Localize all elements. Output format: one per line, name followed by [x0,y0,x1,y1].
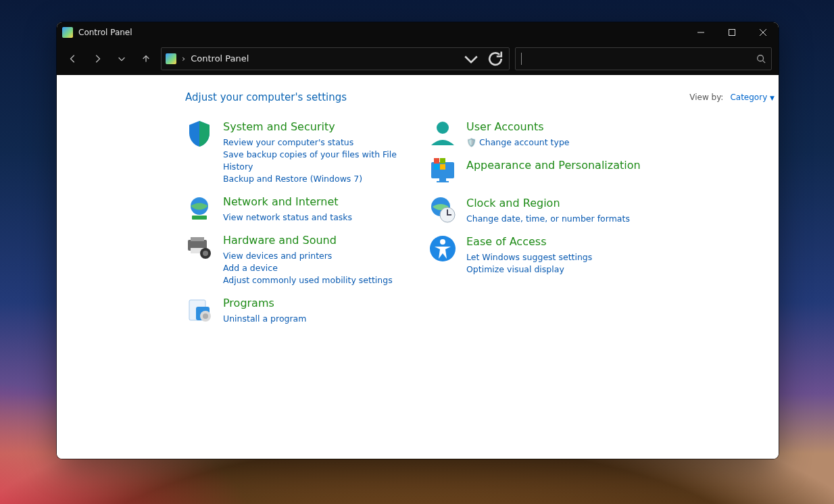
category-link[interactable]: User Accounts [466,120,570,134]
address-history-dropdown[interactable] [462,49,481,68]
svg-point-12 [203,313,208,319]
search-box[interactable] [515,47,772,70]
category-link[interactable]: Network and Internet [223,195,352,209]
category-link[interactable]: System and Security [223,120,422,134]
control-panel-window: Control Panel › Control Panel [57,22,779,459]
back-button[interactable] [64,49,82,68]
svg-rect-3 [192,216,207,220]
minimize-button[interactable] [685,22,716,43]
category-link[interactable]: Hardware and Sound [223,233,393,248]
monitor-apps-icon [428,158,457,186]
search-input[interactable] [526,53,756,64]
maximize-button[interactable] [716,22,747,43]
category-appearance-personalization: Appearance and Personalization [428,158,779,186]
category-user-accounts: User Accounts 🛡️ Change account type [428,120,779,149]
subcategory-link[interactable]: View devices and printers [223,250,393,262]
category-hardware-sound: Hardware and Sound View devices and prin… [185,233,422,286]
category-ease-of-access: Ease of Access Let Windows suggest setti… [428,234,779,276]
svg-rect-18 [440,158,445,163]
close-button[interactable] [747,22,779,43]
category-network-internet: Network and Internet View network status… [185,195,422,224]
subcategory-link[interactable]: Change date, time, or number formats [466,213,630,225]
uac-shield-icon: 🛡️ [466,136,476,149]
category-link[interactable]: Programs [223,296,306,311]
svg-point-1 [758,55,764,61]
viewby-dropdown[interactable]: Category ▼ [730,93,775,102]
subcategory-link[interactable]: Add a device [223,262,393,274]
subcategory-link[interactable]: 🛡️ Change account type [466,136,570,149]
subcategory-link[interactable]: Review your computer's status [223,136,422,149]
category-link[interactable]: Appearance and Personalization [466,158,641,173]
globe-network-icon [185,195,214,223]
category-programs: Programs Uninstall a program [185,296,422,325]
svg-point-8 [203,251,208,256]
category-clock-region: Clock and Region Change date, time, or n… [428,196,779,225]
svg-rect-16 [437,181,449,182]
content-header: Adjust your computer's settings View by:… [185,91,779,103]
svg-point-13 [437,122,449,134]
forward-button[interactable] [88,49,107,68]
category-grid: System and Security Review your computer… [185,120,779,325]
subcategory-link[interactable]: Backup and Restore (Windows 7) [223,173,422,185]
refresh-button[interactable] [486,49,505,68]
viewby-label: View by: [689,93,723,102]
address-icon [166,53,176,64]
shield-icon [185,120,214,148]
viewby-row: View by: Category ▼ [689,93,775,102]
category-column-right: User Accounts 🛡️ Change account type [428,120,779,325]
svg-point-24 [440,239,445,245]
toolbar: › Control Panel [57,43,779,75]
subcategory-link[interactable]: Optimize visual display [466,263,592,276]
accessibility-icon [428,234,457,263]
svg-rect-17 [434,158,439,163]
search-icon [756,54,766,64]
page-title: Adjust your computer's settings [185,91,347,103]
category-column-left: System and Security Review your computer… [185,120,422,325]
subcategory-link[interactable]: Let Windows suggest settings [466,251,592,263]
subcategory-link[interactable]: View network status and tasks [223,211,352,224]
breadcrumb[interactable]: Control Panel [191,53,249,64]
programs-icon [185,296,214,324]
address-bar[interactable]: › Control Panel [161,47,510,70]
content-area: Adjust your computer's settings View by:… [57,75,779,459]
viewby-value: Category [730,93,767,102]
printer-camera-icon [185,233,214,261]
recent-locations-dropdown[interactable] [112,49,131,68]
svg-rect-0 [729,30,735,36]
titlebar: Control Panel [57,22,779,43]
subcategory-link[interactable]: Save backup copies of your files with Fi… [223,149,422,173]
chevron-right-icon: › [182,53,185,64]
svg-rect-15 [439,178,446,181]
clock-globe-icon [428,196,457,224]
subcategory-link[interactable]: Uninstall a program [223,313,306,325]
text-caret [521,53,522,65]
chevron-down-icon: ▼ [770,95,775,101]
user-icon [428,120,457,148]
category-link[interactable]: Clock and Region [466,196,630,211]
category-system-security: System and Security Review your computer… [185,120,422,185]
svg-rect-19 [434,164,439,170]
window-title: Control Panel [78,28,132,37]
up-button[interactable] [137,49,155,68]
control-panel-icon [62,27,73,38]
category-link[interactable]: Ease of Access [466,234,592,249]
subcategory-link[interactable]: Adjust commonly used mobility settings [223,274,393,286]
svg-rect-5 [191,237,204,241]
svg-rect-20 [440,164,445,170]
